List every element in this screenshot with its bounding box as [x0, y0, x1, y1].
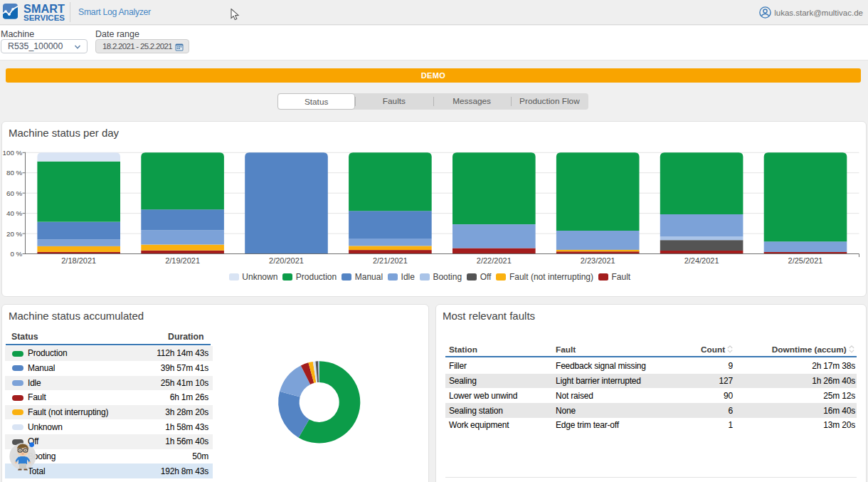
svg-text:40 %: 40 % — [6, 209, 23, 217]
svg-text:60 %: 60 % — [6, 189, 23, 197]
svg-text:2/18/2021: 2/18/2021 — [61, 256, 96, 265]
svg-text:2/19/2021: 2/19/2021 — [165, 256, 200, 265]
svg-text:100 %: 100 % — [3, 149, 23, 157]
svg-text:2/24/2021: 2/24/2021 — [684, 256, 719, 265]
svg-text:20 %: 20 % — [6, 230, 23, 238]
svg-text:2/20/2021: 2/20/2021 — [269, 256, 304, 265]
svg-text:80 %: 80 % — [6, 169, 23, 177]
svg-text:0 %: 0 % — [10, 250, 22, 258]
svg-text:2/21/2021: 2/21/2021 — [373, 256, 408, 265]
svg-text:2/22/2021: 2/22/2021 — [477, 256, 512, 265]
svg-text:2/23/2021: 2/23/2021 — [581, 256, 615, 265]
svg-text:SERVICES: SERVICES — [23, 14, 65, 22]
svg-text:2/25/2021: 2/25/2021 — [788, 256, 823, 265]
